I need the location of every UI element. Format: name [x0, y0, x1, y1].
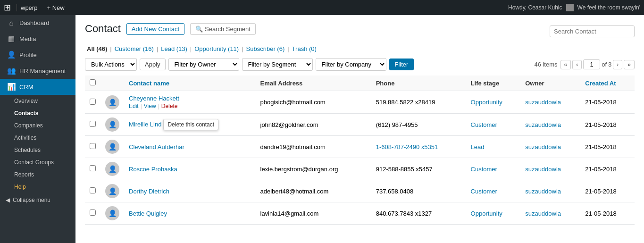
- lifestage-link[interactable]: Opportunity: [471, 99, 502, 106]
- row-phone-cell: 519.884.5822 x28419: [371, 91, 466, 114]
- filter-tabs: All (46) | Customer (16) | Lead (13) | O…: [85, 44, 635, 53]
- row-phone-cell: 1-608-787-2490 x5351: [371, 136, 466, 158]
- add-new-contact-button[interactable]: Add New Contact: [126, 23, 184, 35]
- sidebar-sub-activities[interactable]: Activities: [0, 132, 75, 144]
- sidebar-item-media[interactable]: ▦ Media: [0, 31, 75, 47]
- lifestage-link[interactable]: Customer: [471, 121, 497, 128]
- content-area: Contact Add New Contact 🔍 Search Segment…: [75, 15, 644, 243]
- contact-name-link[interactable]: Cleveland Aufderhar: [129, 143, 184, 151]
- row-checkbox[interactable]: [90, 99, 96, 105]
- column-header-name[interactable]: Contact name: [124, 75, 256, 91]
- contact-name-link[interactable]: Mireille Lind: [129, 121, 161, 128]
- filter-tab-subscriber[interactable]: Subscriber (6): [244, 44, 287, 53]
- view-action[interactable]: View: [144, 103, 156, 109]
- toolbar: Bulk Actions Apply Filter by Owner Filte…: [85, 58, 635, 71]
- row-created-cell: 21-05-2018: [580, 136, 635, 158]
- row-email-cell: dandre19@hotmail.com: [256, 136, 371, 158]
- edit-action[interactable]: Edit: [129, 103, 139, 109]
- row-created-cell: 21-05-2018: [580, 158, 635, 180]
- owner-link[interactable]: suzauddowla: [525, 99, 561, 106]
- row-phone-cell: 737.658.0408: [371, 180, 466, 202]
- sidebar-item-hr[interactable]: 👥 HR Management: [0, 63, 75, 79]
- items-count: 46 items: [534, 61, 557, 68]
- owner-link[interactable]: suzauddowla: [525, 166, 561, 173]
- filter-segment-select[interactable]: Filter by Segment: [242, 58, 313, 71]
- collapse-menu-button[interactable]: ◀ Collapse menu: [0, 193, 75, 207]
- filter-owner-select[interactable]: Filter by Owner: [168, 58, 239, 71]
- row-lifestage-cell: Lead: [466, 136, 521, 158]
- page-header: Contact Add New Contact 🔍 Search Segment: [85, 23, 256, 35]
- filter-tab-opportunity[interactable]: Opportunity (11): [192, 44, 241, 53]
- contact-name-link[interactable]: Dorthy Dietrich: [129, 188, 169, 195]
- avatar: 👤: [105, 117, 119, 132]
- owner-link[interactable]: suzauddowla: [525, 121, 561, 128]
- wordpress-logo-icon[interactable]: ⊞: [4, 2, 11, 13]
- row-owner-cell: suzauddowla: [520, 114, 580, 136]
- filter-tab-trash[interactable]: Trash (0): [290, 44, 318, 53]
- crm-icon: 📊: [7, 83, 16, 91]
- row-checkbox-cell: [85, 202, 100, 225]
- site-name[interactable]: wperp: [17, 4, 41, 11]
- owner-link[interactable]: suzauddowla: [525, 210, 561, 217]
- phone-link[interactable]: 1-608-787-2490 x5351: [376, 143, 438, 151]
- lifestage-link[interactable]: Lead: [471, 143, 485, 151]
- owner-link[interactable]: suzauddowla: [525, 143, 561, 151]
- column-header-created[interactable]: Created At: [580, 75, 635, 91]
- table-row: 👤Cleveland Aufderhardandre19@hotmail.com…: [85, 136, 635, 158]
- sidebar-item-profile[interactable]: 👤 Profile: [0, 47, 75, 63]
- filter-button[interactable]: Filter: [389, 59, 414, 70]
- sidebar-sub-overview[interactable]: Overview: [0, 95, 75, 107]
- filter-company-select[interactable]: Filter by Company: [316, 58, 386, 71]
- select-all-checkbox[interactable]: [90, 79, 96, 85]
- sidebar-sub-contacts[interactable]: Contacts: [0, 107, 75, 119]
- page-of-label: of: [602, 61, 607, 68]
- user-avatar[interactable]: [566, 4, 574, 11]
- filter-tab-all[interactable]: All (46): [85, 44, 109, 53]
- contact-name-link[interactable]: Cheyenne Hackett: [129, 95, 179, 102]
- row-created-cell: 21-05-2018: [580, 91, 635, 114]
- column-header-email: Email Address: [256, 75, 371, 91]
- bulk-actions-select[interactable]: Bulk Actions: [85, 58, 137, 71]
- sidebar-sub-help[interactable]: Help: [0, 181, 75, 193]
- column-header-lifestage: Life stage: [466, 75, 521, 91]
- row-created-cell: 21-05-2018: [580, 114, 635, 136]
- row-avatar-cell: 👤: [100, 114, 124, 136]
- owner-link[interactable]: suzauddowla: [525, 188, 561, 195]
- row-owner-cell: suzauddowla: [520, 158, 580, 180]
- page-last-button[interactable]: »: [624, 60, 635, 69]
- lifestage-link[interactable]: Customer: [471, 188, 497, 195]
- row-checkbox[interactable]: [90, 121, 96, 127]
- apply-button[interactable]: Apply: [140, 59, 166, 70]
- search-segment-button[interactable]: 🔍 Search Segment: [190, 23, 256, 35]
- row-email-cell: lavinia14@gmail.com: [256, 202, 371, 225]
- delete-action[interactable]: Delete: [161, 103, 178, 109]
- page-number-input[interactable]: [583, 59, 600, 69]
- sidebar-sub-companies[interactable]: Companies: [0, 119, 75, 132]
- row-lifestage-cell: Customer: [466, 114, 521, 136]
- contact-name-link[interactable]: Roscoe Prohaska: [129, 166, 177, 173]
- sidebar-sub-schedules[interactable]: Schedules: [0, 144, 75, 156]
- row-checkbox[interactable]: [90, 187, 96, 193]
- page-first-button[interactable]: «: [560, 60, 571, 69]
- lifestage-link[interactable]: Opportunity: [471, 210, 502, 217]
- sidebar-item-dashboard[interactable]: ⌂ Dashboard: [0, 15, 75, 31]
- page-prev-button[interactable]: ‹: [572, 60, 582, 69]
- search-contact-input[interactable]: [550, 25, 635, 37]
- filter-tab-customer[interactable]: Customer (16): [113, 44, 156, 53]
- sidebar-sub-contact-groups[interactable]: Contact Groups: [0, 156, 75, 168]
- sidebar-item-crm[interactable]: 📊 CRM: [0, 79, 75, 95]
- filter-tab-lead[interactable]: Lead (13): [159, 44, 189, 53]
- row-checkbox[interactable]: [90, 165, 96, 171]
- lifestage-link[interactable]: Customer: [471, 166, 497, 173]
- total-pages: 3: [608, 61, 611, 68]
- contact-name-link[interactable]: Bettie Quigley: [129, 210, 167, 217]
- sidebar-sub-reports[interactable]: Reports: [0, 168, 75, 181]
- row-checkbox[interactable]: [90, 143, 96, 149]
- page-next-button[interactable]: ›: [613, 60, 622, 69]
- row-checkbox[interactable]: [90, 209, 96, 216]
- row-owner-cell: suzauddowla: [520, 91, 580, 114]
- row-checkbox-cell: [85, 136, 100, 158]
- new-item-button[interactable]: + New: [43, 4, 68, 11]
- row-checkbox-cell: [85, 158, 100, 180]
- admin-bar-left: ⊞ wperp + New: [4, 2, 68, 13]
